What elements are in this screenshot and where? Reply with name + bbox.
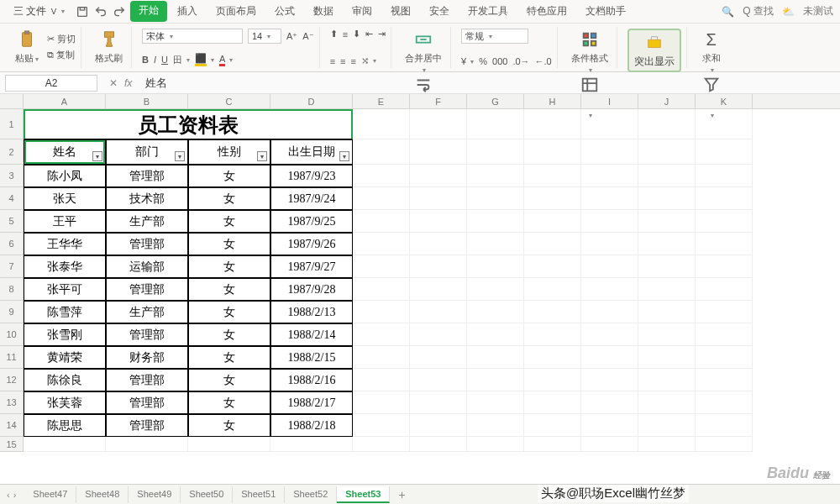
cell-H15[interactable] [524,437,581,452]
save-icon[interactable] [75,4,90,19]
data-3-3[interactable]: 1987/9/23 [270,165,353,187]
data-4-0[interactable]: 张天 [24,187,106,210]
data-13-3[interactable]: 1988/2/17 [270,391,353,414]
cell-H14[interactable] [524,414,581,437]
col-header-J[interactable]: J [638,94,696,108]
cell-F3[interactable] [410,165,467,187]
cell-K14[interactable] [696,414,753,437]
data-10-2[interactable]: 女 [188,323,270,346]
data-12-3[interactable]: 1988/2/16 [270,369,353,391]
data-8-0[interactable]: 张平可 [24,278,106,301]
data-10-1[interactable]: 管理部 [106,323,188,346]
col-header-C[interactable]: C [188,94,270,108]
data-8-1[interactable]: 管理部 [106,278,188,301]
data-4-2[interactable]: 女 [188,187,270,210]
format-painter-button[interactable]: 格式刷 [92,29,126,65]
cell-I6[interactable] [581,233,638,255]
cell-J10[interactable] [638,323,696,346]
name-box[interactable]: A2 [5,75,97,92]
orientation-button[interactable]: ⤭ [361,55,376,66]
undo-icon[interactable] [93,4,108,19]
select-all-corner[interactable] [0,94,24,108]
cell-I9[interactable] [581,301,638,323]
cell-I4[interactable] [581,187,638,210]
cell-E7[interactable] [353,255,410,278]
row-header-9[interactable]: 9 [0,301,24,323]
data-14-0[interactable]: 陈思思 [24,414,106,437]
font-color-button[interactable]: A [219,54,233,66]
cond-format-button[interactable]: 条件格式 [568,29,612,74]
data-11-2[interactable]: 女 [188,346,270,369]
bold-button[interactable]: B [142,55,149,65]
cell-G5[interactable] [467,210,524,233]
sheet-next-icon[interactable]: › [13,490,17,500]
header-2[interactable]: 性别▾ [188,139,270,165]
data-14-2[interactable]: 女 [188,414,270,437]
row-header-8[interactable]: 8 [0,278,24,301]
data-7-1[interactable]: 运输部 [106,255,188,278]
data-3-2[interactable]: 女 [188,165,270,187]
data-14-3[interactable]: 1988/2/18 [270,414,353,437]
cell-F10[interactable] [410,323,467,346]
sum-button[interactable]: Σ 求和 [697,29,726,74]
cut-button[interactable]: ✂剪切 [47,33,76,45]
cell-F9[interactable] [410,301,467,323]
data-9-3[interactable]: 1988/2/13 [270,301,353,323]
row-header-3[interactable]: 3 [0,165,24,187]
cell-J1[interactable] [638,109,696,139]
redo-icon[interactable] [112,4,127,19]
cell-J5[interactable] [638,210,696,233]
sheet-tab-Sheet50[interactable]: Sheet50 [181,486,233,503]
cell-J8[interactable] [638,278,696,301]
sheet-tab-Sheet49[interactable]: Sheet49 [129,486,181,503]
cell-E8[interactable] [353,278,410,301]
sheet-tab-Sheet52[interactable]: Sheet52 [285,486,337,503]
row-header-4[interactable]: 4 [0,187,24,210]
data-7-3[interactable]: 1987/9/27 [270,255,353,278]
cell-K9[interactable] [696,301,753,323]
increase-font-button[interactable]: A⁺ [286,31,297,42]
data-4-3[interactable]: 1987/9/24 [270,187,353,210]
paste-button[interactable]: 粘贴 [12,29,42,65]
cloud-icon[interactable]: ⛅ [782,6,795,18]
menu-tab-5[interactable]: 审阅 [344,1,381,22]
cell-J12[interactable] [638,369,696,391]
data-7-2[interactable]: 女 [188,255,270,278]
cell-F13[interactable] [410,391,467,414]
data-13-2[interactable]: 女 [188,391,270,414]
menu-tab-10[interactable]: 文档助手 [577,1,634,22]
cell-I15[interactable] [581,437,638,452]
col-header-H[interactable]: H [524,94,581,108]
data-9-1[interactable]: 生产部 [106,301,188,323]
cell-I14[interactable] [581,414,638,437]
row-header-6[interactable]: 6 [0,233,24,255]
merge-center-button[interactable]: 合并居中 [402,29,445,74]
col-header-D[interactable]: D [270,94,353,108]
cell-F2[interactable] [410,139,467,165]
sheet-tab-Sheet48[interactable]: Sheet48 [76,486,129,503]
cell-J6[interactable] [638,233,696,255]
row-header-13[interactable]: 13 [0,391,24,414]
cell-E9[interactable] [353,301,410,323]
data-3-1[interactable]: 管理部 [106,165,188,187]
border-button[interactable]: 田 [173,54,190,66]
col-header-A[interactable]: A [24,94,106,108]
cell-I10[interactable] [581,323,638,346]
align-center-button[interactable]: ≡ [340,56,345,66]
row-header-1[interactable]: 1 [0,109,24,139]
col-header-F[interactable]: F [410,94,467,108]
cell-K6[interactable] [696,233,753,255]
cell-F8[interactable] [410,278,467,301]
cell-F5[interactable] [410,210,467,233]
cell-E14[interactable] [353,414,410,437]
header-1[interactable]: 部门▾ [106,139,188,165]
font-size-select[interactable]: 14 [248,29,281,44]
font-select[interactable]: 宋体 [142,29,243,44]
cell-E5[interactable] [353,210,410,233]
cell-K2[interactable] [696,139,753,165]
file-menu[interactable]: 三 文件 ∨ [7,3,71,20]
col-header-K[interactable]: K [696,94,753,108]
cell-E2[interactable] [353,139,410,165]
align-bottom-button[interactable]: ⬇ [353,29,360,39]
data-13-1[interactable]: 管理部 [106,391,188,414]
